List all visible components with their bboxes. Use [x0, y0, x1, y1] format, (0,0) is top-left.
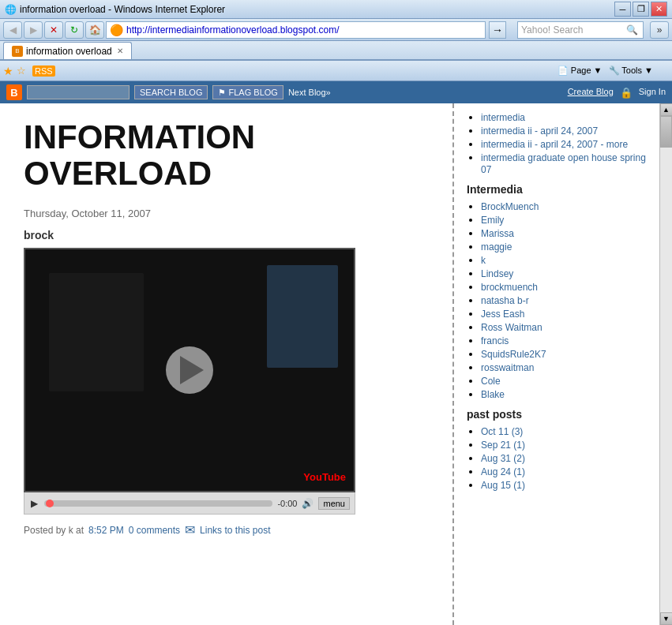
refresh-button[interactable]: ↻ [65, 21, 84, 39]
nav-bar: ◀ ▶ ✕ ↻ 🏠 🟠 http://intermediainformation… [0, 19, 672, 41]
lock-icon: 🔒 [620, 87, 633, 99]
list-item: intermedia [481, 111, 647, 123]
sidebar-link-natasha[interactable]: natasha b-r [481, 295, 529, 306]
scrollbar[interactable]: ▲ ▼ [659, 103, 672, 625]
past-post-aug31[interactable]: Aug 31 (2) [481, 453, 525, 464]
sign-in-button[interactable]: Sign In [639, 87, 666, 99]
blogger-search-input[interactable] [27, 85, 130, 99]
past-post-oct11[interactable]: Oct 11 (3) [481, 426, 523, 437]
past-posts-list: Oct 11 (3) Sep 21 (1) Aug 31 (2) Aug 24 … [467, 425, 647, 491]
sidebar-link-jess-eash[interactable]: Jess Eash [481, 309, 524, 320]
create-blog-link[interactable]: Create Blog [568, 87, 614, 99]
scrollbar-thumb[interactable] [660, 116, 672, 148]
tab-close-icon[interactable]: ✕ [117, 47, 123, 55]
list-item: Lindsey [481, 268, 647, 279]
close-button[interactable]: ✕ [651, 2, 667, 17]
search-placeholder: Yahoo! Search [521, 24, 624, 36]
video-progress-bar[interactable] [44, 500, 272, 507]
video-menu-button[interactable]: menu [318, 497, 350, 510]
list-item: maggie [481, 241, 647, 253]
search-bar[interactable]: Yahoo! Search 🔍 [517, 21, 644, 39]
links-list: intermedia intermedia ii - april 24, 200… [467, 111, 647, 175]
rss-icon[interactable]: RSS [32, 65, 55, 77]
restore-button[interactable]: ❐ [633, 2, 649, 17]
envelope-icon: ✉ [185, 522, 195, 537]
post-time-link[interactable]: 8:52 PM [88, 525, 124, 536]
list-item: Emily [481, 214, 647, 226]
add-favorites-icon[interactable]: ☆ [17, 65, 26, 77]
sidebar-link-intermedia-ii-more[interactable]: intermedia ii - april 24, 2007 - more [481, 139, 628, 150]
sidebar-link-squids[interactable]: SquidsRule2K7 [481, 349, 546, 360]
list-item: Jess Eash [481, 308, 647, 320]
sidebar-link-brockmuench2[interactable]: brockmuench [481, 282, 538, 293]
favorites-icon[interactable]: ★ [3, 65, 13, 77]
sidebar-link-francis[interactable]: francis [481, 335, 509, 346]
past-post-aug24[interactable]: Aug 24 (1) [481, 466, 525, 477]
options-button[interactable]: » [650, 21, 669, 39]
posted-by-label: Posted by k at [24, 525, 84, 536]
go-button[interactable]: → [489, 21, 506, 39]
sidebar-link-open-house[interactable]: intermedia graduate open house spring 07 [481, 152, 646, 175]
video-overlay [25, 249, 354, 491]
video-play-button[interactable] [166, 346, 213, 394]
list-item: rosswaitman [481, 361, 647, 373]
sidebar-link-lindsey[interactable]: Lindsey [481, 268, 513, 279]
video-time: -0:00 [277, 499, 297, 508]
sidebar-link-blake[interactable]: Blake [481, 389, 505, 400]
forward-button[interactable]: ▶ [24, 21, 43, 39]
toolbar-row: ★ ☆ RSS 📄 Page ▼ 🔧 Tools ▼ [0, 61, 672, 81]
video-embed: YouTube [24, 248, 355, 492]
intermedia-links-list: BrockMuench Emily Marissa maggie k Linds… [467, 200, 647, 400]
blog-title: INFORMATION OVERLOAD [24, 119, 429, 192]
list-item: BrockMuench [481, 200, 647, 212]
scrollbar-down-button[interactable]: ▼ [660, 612, 673, 625]
sidebar-link-maggie[interactable]: maggie [481, 241, 512, 253]
sidebar-link-ross-waitman[interactable]: Ross Waitman [481, 322, 542, 333]
title-bar-title: information overload - Windows Internet … [20, 4, 614, 15]
address-favicon: 🟠 [110, 24, 123, 36]
list-item: Blake [481, 388, 647, 400]
video-play-ctrl-button[interactable]: ▶ [29, 498, 39, 509]
sidebar-link-rosswaitman[interactable]: rosswaitman [481, 362, 534, 373]
scrollbar-up-button[interactable]: ▲ [660, 103, 673, 116]
address-text: http://intermediainformationoverload.blo… [126, 24, 482, 36]
tools-button[interactable]: 🔧 Tools ▼ [609, 65, 653, 76]
blog-date: Thursday, October 11, 2007 [24, 208, 429, 219]
video-controls: ▶ -0:00 🔊 menu [24, 492, 355, 515]
minimize-button[interactable]: ─ [614, 2, 631, 17]
page-button[interactable]: 📄 Page ▼ [557, 65, 603, 76]
list-item: Oct 11 (3) [481, 425, 647, 437]
list-item: intermedia ii - april 24, 2007 - more [481, 138, 647, 150]
links-to-post-link[interactable]: Links to this post [200, 525, 270, 536]
sidebar-link-marissa[interactable]: Marissa [481, 228, 514, 239]
list-item: intermedia ii - april 24, 2007 [481, 125, 647, 137]
next-blog-link[interactable]: Next Blog» [288, 88, 331, 97]
sidebar-link-intermedia-ii-apr24[interactable]: intermedia ii - april 24, 2007 [481, 125, 598, 137]
sidebar-link-intermedia[interactable]: intermedia [481, 112, 525, 123]
list-item: Cole [481, 375, 647, 387]
sidebar-link-cole[interactable]: Cole [481, 376, 501, 387]
blogger-logo: B [6, 84, 22, 100]
sidebar-link-brockmuench[interactable]: BrockMuench [481, 201, 539, 212]
blogger-bar: B SEARCH BLOG ⚑ FLAG BLOG Next Blog» Cre… [0, 81, 672, 103]
back-button[interactable]: ◀ [3, 21, 22, 39]
sidebar-link-k[interactable]: k [481, 255, 486, 266]
list-item: Aug 31 (2) [481, 452, 647, 464]
search-blog-button[interactable]: SEARCH BLOG [134, 85, 208, 99]
past-post-aug15[interactable]: Aug 15 (1) [481, 480, 525, 491]
address-bar[interactable]: 🟠 http://intermediainformationoverload.b… [106, 21, 486, 39]
comments-link[interactable]: 0 comments [129, 525, 180, 536]
search-button[interactable]: 🔍 [624, 22, 640, 38]
list-item: Marissa [481, 227, 647, 239]
sidebar-link-emily[interactable]: Emily [481, 215, 504, 226]
list-item: brockmuench [481, 281, 647, 293]
past-post-sep21[interactable]: Sep 21 (1) [481, 440, 525, 451]
title-bar: 🌐 information overload - Windows Interne… [0, 0, 672, 19]
flag-blog-button[interactable]: ⚑ FLAG BLOG [212, 85, 283, 99]
video-volume-icon[interactable]: 🔊 [302, 498, 313, 509]
home-button[interactable]: 🏠 [85, 21, 104, 39]
stop-button[interactable]: ✕ [44, 21, 63, 39]
intermedia-section-title: Intermedia [467, 183, 647, 196]
tab-information-overload[interactable]: B information overload ✕ [3, 42, 132, 59]
list-item: francis [481, 335, 647, 346]
